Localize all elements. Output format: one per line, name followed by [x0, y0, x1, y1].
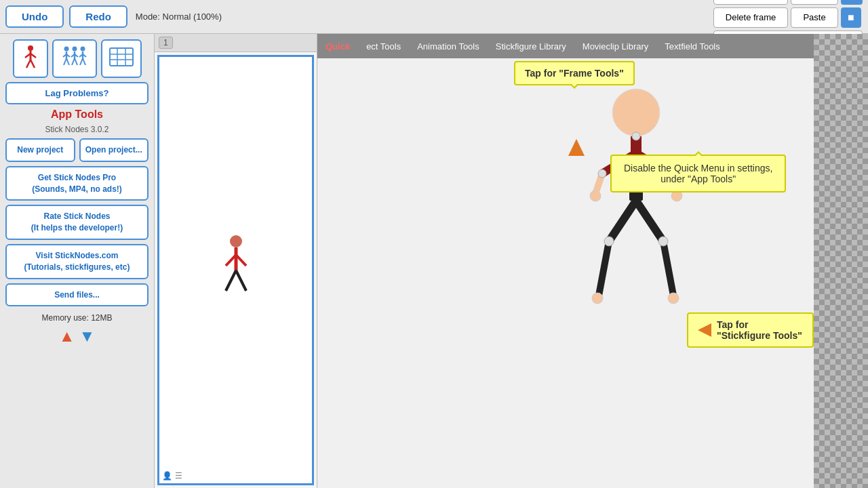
quick-menu-tooltip-text: Disable the Quick Menu in settings,under… [624, 163, 772, 184]
add-frame-button[interactable]: Add frame [713, 0, 788, 5]
rate-sub: (It helps the developer!) [31, 222, 123, 234]
nav-project-tools[interactable]: ect Tools [363, 37, 403, 56]
visit-button[interactable]: Visit StickNodes.com (Tutorials, stickfi… [5, 244, 149, 279]
delete-frame-button[interactable]: Delete frame [713, 7, 788, 28]
nav-stickfigure-library[interactable]: Stickfigure Library [493, 37, 569, 56]
svg-line-10 [64, 58, 66, 65]
svg-point-0 [28, 45, 33, 51]
grid-icon-button[interactable] [101, 39, 142, 78]
svg-point-50 [632, 132, 640, 140]
content-area[interactable]: Quick ect Tools Animation Tools Stickfig… [317, 34, 868, 488]
memory-text: Memory use: 12MB [5, 313, 149, 323]
new-project-button[interactable]: New project [5, 138, 75, 162]
svg-line-4 [26, 60, 31, 68]
main-layout: Lag Problems? App Tools Stick Nodes 3.0.… [0, 34, 868, 488]
nav-textfield-tools[interactable]: Textfield Tools [662, 37, 722, 56]
undo-button[interactable]: Undo [5, 5, 64, 28]
svg-line-33 [226, 270, 236, 291]
redo-button[interactable]: Redo [69, 5, 127, 28]
svg-line-22 [80, 58, 83, 65]
new-open-row: New project Open project... [5, 138, 149, 162]
arrow-up-button[interactable]: ▲ [59, 327, 75, 346]
stickfigure-arrow-left [698, 323, 711, 337]
visit-sub: (Tutorials, stickfigures, etc) [24, 262, 130, 273]
lag-problems-button[interactable]: Lag Problems? [5, 82, 149, 104]
right-checkerboard [814, 34, 868, 488]
send-files-button[interactable]: Send files... [5, 283, 149, 307]
nav-movieclip-library[interactable]: Movieclip Library [580, 37, 652, 56]
stickfigure-icon-button[interactable] [13, 39, 48, 78]
copy-button[interactable]: Copy [791, 0, 838, 5]
frame-icon-person: 👤 [162, 471, 172, 481]
arrow-row: ▲ ▼ [5, 327, 149, 346]
rate-label: Rate Stick Nodes [43, 211, 110, 222]
nav-bar: Quick ect Tools Animation Tools Stickfig… [317, 34, 868, 58]
svg-point-54 [658, 237, 668, 246]
svg-line-46 [599, 241, 609, 296]
frame-icon-list: ☰ [175, 471, 182, 481]
stickfigure-tooltip-text: Tap for "Stickfigure Tools" [717, 319, 803, 341]
open-project-button[interactable]: Open project... [79, 138, 149, 162]
svg-point-12 [72, 47, 77, 52]
get-pro-sub: (Sounds, MP4, no ads!) [32, 184, 122, 195]
stickfigure-tools-tooltip: Tap for "Stickfigure Tools" [687, 312, 814, 348]
svg-point-42 [590, 190, 601, 201]
icon-row [5, 39, 149, 78]
svg-line-16 [72, 58, 75, 65]
get-pro-label: Get Stick Nodes Pro [38, 172, 116, 184]
arrow-down-button[interactable]: ▼ [79, 327, 96, 346]
mode-text: Mode: Normal (100%) [136, 12, 222, 22]
svg-line-5 [31, 60, 35, 68]
version-text: Stick Nodes 3.0.2 [5, 125, 149, 134]
nav-quick[interactable]: Quick [323, 37, 353, 56]
svg-line-34 [236, 270, 246, 291]
svg-rect-24 [110, 48, 133, 66]
main-canvas: Tap for "Stickfigure Tools" [317, 58, 814, 488]
frame-icons: 👤 ☰ [162, 471, 182, 481]
visit-label: Visit StickNodes.com [36, 250, 119, 262]
rate-button[interactable]: Rate Stick Nodes (It helps the developer… [5, 205, 149, 240]
top-right-row-2: Delete frame Paste ■ [713, 7, 863, 28]
play-button[interactable]: ▶ [841, 0, 863, 5]
svg-point-49 [668, 293, 679, 304]
paste-button[interactable]: Paste [791, 7, 838, 28]
svg-line-11 [66, 58, 69, 65]
svg-point-48 [592, 293, 603, 304]
frame-header: 1 [155, 34, 317, 52]
mini-stickfigure-svg [212, 233, 260, 308]
nav-animation-tools[interactable]: Animation Tools [414, 37, 482, 56]
svg-point-29 [230, 235, 242, 247]
frame-number: 1 [159, 37, 173, 49]
svg-point-18 [80, 47, 85, 52]
get-pro-button[interactable]: Get Stick Nodes Pro (Sounds, MP4, no ads… [5, 166, 149, 201]
app-tools-title: App Tools [5, 108, 149, 121]
svg-line-44 [609, 201, 636, 241]
svg-line-23 [83, 58, 85, 65]
group-icon-button[interactable] [52, 39, 97, 78]
svg-point-6 [64, 47, 68, 52]
svg-point-51 [598, 169, 606, 178]
svg-line-17 [75, 58, 77, 65]
quick-menu-tooltip: Disable the Quick Menu in settings,under… [610, 155, 786, 192]
svg-line-47 [663, 241, 673, 296]
frame-panel: 1 👤 ☰ [155, 34, 317, 488]
frame-tools-arrow [568, 139, 585, 156]
undo-redo-group: Undo Redo [5, 5, 127, 28]
svg-point-53 [604, 237, 614, 246]
svg-point-35 [612, 89, 660, 136]
frame-tools-tooltip: Tap for "Frame Tools" [514, 61, 635, 85]
frame-content[interactable]: 👤 ☰ [157, 55, 314, 485]
svg-line-45 [636, 201, 663, 241]
top-right-row-1: Add frame Copy ▶ [713, 0, 863, 5]
left-sidebar: Lag Problems? App Tools Stick Nodes 3.0.… [0, 34, 155, 488]
paste-blue-button[interactable]: ■ [841, 7, 861, 28]
top-bar: Undo Redo Mode: Normal (100%) Add frame … [0, 0, 868, 34]
